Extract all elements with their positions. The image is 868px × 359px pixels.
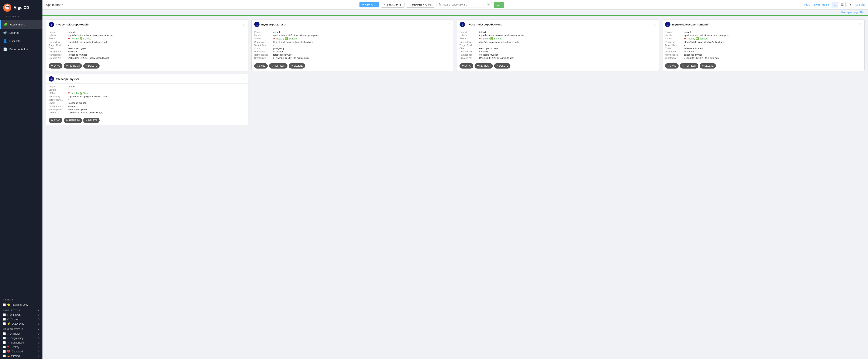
sync-button-myuser-telescope-frontend[interactable]: ↻ SYNC <box>665 63 679 68</box>
sync-outofsync-checkbox[interactable] <box>3 322 6 325</box>
items-per-page[interactable]: Items per page: 10 ▾ <box>42 9 868 15</box>
filter-health-suspended[interactable]: ⏸ Suspended 0 <box>3 340 39 345</box>
favorites-checkbox[interactable] <box>3 303 6 306</box>
namespace-value: telescope-myuser <box>478 54 656 56</box>
repository-value: https://rh-telescope.github.io/helm-char… <box>68 95 246 98</box>
filter-favorites[interactable]: ⭐ Favorites Only <box>3 302 39 307</box>
star-button[interactable]: ☆ <box>448 23 451 27</box>
status-value: ❤ Healthy ✅ Synced <box>68 92 246 95</box>
sync-apps-button[interactable]: ↻ SYNC APPS <box>381 2 404 8</box>
health-degraded-checkbox[interactable] <box>3 350 6 353</box>
status-label: Status: <box>460 37 478 40</box>
delete-button-myuser-telescope-frontend[interactable]: ✕ DELETE <box>700 63 716 68</box>
created-at-value: 04/15/2023 12:28:47 (a minute ago) <box>684 57 862 59</box>
refresh-apps-button[interactable]: ↻ REFRESH APPS <box>406 2 435 8</box>
created-at-label: Created At: <box>460 57 478 59</box>
sync-button-myuser-telescope-backend[interactable]: ↻ SYNC <box>460 63 473 68</box>
sync-synced-checkbox[interactable] <box>3 318 6 321</box>
delete-button-myuser-telescope-toggle[interactable]: ✕ DELETE <box>83 63 100 68</box>
sync-outofsync-icon: ⚡ <box>7 322 10 325</box>
app-name: myuser-telescope-backend <box>467 23 502 26</box>
sync-status-chevron[interactable]: ▲ <box>37 309 39 312</box>
health-progressing-checkbox[interactable] <box>3 337 6 339</box>
new-app-button[interactable]: + NEW APP <box>360 2 379 7</box>
field-project: Project: default <box>460 31 656 33</box>
star-button[interactable]: ☆ <box>243 23 246 27</box>
created-at-value: 04/15/2023 12:28:47 (a minute ago) <box>273 57 451 59</box>
field-target-revi: Target Revi... x <box>460 44 656 46</box>
settings-icon: ⚙️ <box>3 31 7 35</box>
filter-sync-synced[interactable]: ✓ Synced 5 <box>3 317 39 321</box>
destination-value: in-cluster <box>273 50 451 53</box>
created-at-value: 04/15/2023 12:28:47 (a minute ago) <box>478 57 656 59</box>
labels-label: Labels: <box>49 34 68 36</box>
health-status-chevron[interactable]: ▲ <box>37 328 39 331</box>
health-suspended-checkbox[interactable] <box>3 341 6 344</box>
star-button[interactable]: ☆ <box>243 77 246 81</box>
sync-button-myuser-postgresql[interactable]: ↻ SYNC <box>254 63 268 68</box>
health-icon: ❤ <box>273 37 275 40</box>
app-card-title: ⚓ myuser-telescope-frontend <box>665 22 708 27</box>
app-card-title: ⚓ telescope-myuser <box>49 76 80 82</box>
app-card-body: Project: default Labels: app.kubernetes.… <box>46 29 248 62</box>
sidebar-item-user-info[interactable]: 👤 User Info <box>0 37 42 45</box>
sync-unknown-checkbox[interactable] <box>3 314 6 316</box>
health-healthy-checkbox[interactable] <box>3 346 6 348</box>
health-missing-checkbox[interactable] <box>3 355 6 357</box>
refresh-button-myuser-telescope-toggle[interactable]: ↻ REFRESH <box>64 63 82 68</box>
app-card-body: Project: default Labels: app.kubernetes.… <box>662 29 865 62</box>
delete-button-myuser-postgresql[interactable]: ✕ DELETE <box>289 63 305 68</box>
repository-value: https://rh-telescope.github.io/helm-char… <box>273 41 451 43</box>
sidebar-item-documentation[interactable]: 📄 Documentation <box>0 45 42 54</box>
chart-value: telescope-argocd <box>68 102 246 104</box>
filter-health-missing[interactable]: ☁ Missing 0 <box>3 354 39 358</box>
summary-view-button[interactable]: ◔ <box>846 2 853 7</box>
sidebar-collapse-toggle[interactable]: ← <box>0 289 42 296</box>
app-card-myuser-telescope-frontend: ⚓ myuser-telescope-frontend ☆ Project: d… <box>662 19 865 71</box>
health-healthy-label: Healthy <box>11 346 19 349</box>
sidebar-item-applications[interactable]: 🧩 Applications <box>0 20 42 29</box>
sync-button-myuser-telescope-toggle[interactable]: ↻ SYNC <box>49 63 62 68</box>
refresh-button-myuser-telescope-frontend[interactable]: ↻ REFRESH <box>680 63 699 68</box>
destination-value: in-cluster <box>478 50 656 53</box>
filter-health-healthy[interactable]: ❤ Healthy 5 <box>3 345 39 349</box>
field-namespace: Namespace: telescope-myuser <box>460 54 656 56</box>
sync-button-telescope-myuser[interactable]: ↻ SYNC <box>49 118 62 123</box>
sidebar-item-settings[interactable]: ⚙️ Settings <box>0 29 42 37</box>
target-revi-label: Target Revi... <box>49 98 68 101</box>
field-project: Project: default <box>49 31 246 33</box>
logout-button[interactable]: Log out <box>856 3 865 6</box>
namespace-label: Namespace: <box>665 54 684 56</box>
filter-button[interactable]: ▬ <box>494 2 504 8</box>
delete-button-telescope-myuser[interactable]: ✕ DELETE <box>83 118 100 123</box>
app-name: telescope-myuser <box>56 77 80 80</box>
filter-sync-outofsync[interactable]: ⚡ OutOfSync 0 <box>3 321 39 326</box>
status-value: ❤ Healthy ✅ Synced <box>684 37 862 40</box>
star-button[interactable]: ☆ <box>654 23 656 27</box>
tile-view-button[interactable]: ⊞ <box>832 2 838 7</box>
filter-health-degraded[interactable]: 💔 Degraded 0 <box>3 349 39 354</box>
refresh-button-myuser-telescope-backend[interactable]: ↻ REFRESH <box>474 63 493 68</box>
status-value: ❤ Healthy ✅ Synced <box>273 37 451 40</box>
star-button[interactable]: ☆ <box>859 23 862 27</box>
filter-sync-unknown[interactable]: ○ Unknown 0 <box>3 313 39 317</box>
search-input[interactable] <box>443 3 486 6</box>
refresh-button-myuser-postgresql[interactable]: ↻ REFRESH <box>269 63 287 68</box>
list-view-button[interactable]: ☰ <box>839 2 846 7</box>
health-status-title: HEALTH STATUS <box>3 328 23 331</box>
filter-health-h-unknown[interactable]: ? Unknown 0 <box>3 331 39 336</box>
labels-label: Labels: <box>49 89 68 91</box>
filter-health-progressing[interactable]: ○ Progressing 0 <box>3 336 39 340</box>
helm-icon: ⚓ <box>49 22 54 27</box>
health-h-unknown-checkbox[interactable] <box>3 332 6 335</box>
field-destination: Destination: in-cluster <box>460 50 656 53</box>
field-chart: Chart: telescope-backend <box>460 47 656 50</box>
view-title: APPLICATIONS TILES <box>801 3 829 6</box>
health-suspended-label: Suspended <box>11 341 24 344</box>
refresh-button-telescope-myuser[interactable]: ↻ REFRESH <box>64 118 82 123</box>
delete-button-myuser-telescope-backend[interactable]: ✕ DELETE <box>494 63 510 68</box>
user-icon: 👤 <box>3 39 7 43</box>
field-status: Status: ❤ Healthy ✅ Synced <box>665 37 862 40</box>
app-card-title: ⚓ myuser-telescope-toggle <box>49 22 89 27</box>
favorites-label: Favorites Only <box>12 303 28 306</box>
